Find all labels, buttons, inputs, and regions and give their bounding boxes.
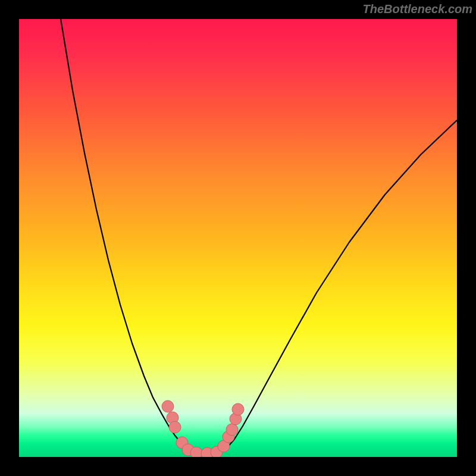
threshold-dot — [162, 400, 174, 412]
plot-area — [19, 19, 457, 457]
threshold-dot — [169, 421, 181, 433]
bottleneck-curve — [61, 19, 457, 454]
chart-frame: TheBottleneck.com — [0, 0, 476, 476]
curve-overlay — [19, 19, 457, 457]
threshold-dot — [232, 403, 244, 415]
threshold-dot — [190, 447, 202, 457]
threshold-dot — [226, 424, 238, 436]
watermark-label: TheBottleneck.com — [363, 2, 472, 16]
